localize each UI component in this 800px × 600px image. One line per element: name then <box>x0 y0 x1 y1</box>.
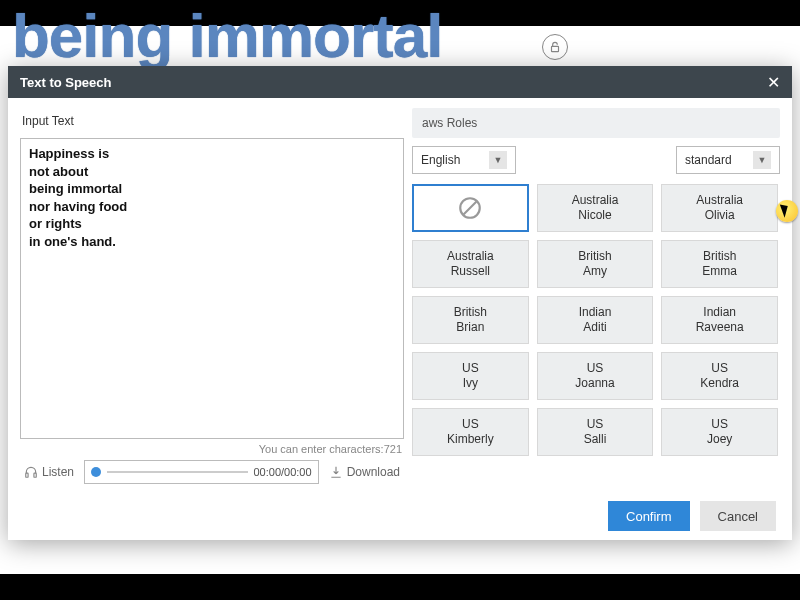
voice-tile[interactable]: USSalli <box>537 408 654 456</box>
input-text-label: Input Text <box>20 108 404 138</box>
voice-tile[interactable]: IndianAditi <box>537 296 654 344</box>
voice-region: US <box>711 417 728 432</box>
char-counter: You can enter characters:721 <box>20 439 404 458</box>
language-dropdown[interactable]: English ▼ <box>412 146 516 174</box>
voice-name: Nicole <box>578 208 611 223</box>
voice-tile[interactable]: AustraliaRussell <box>412 240 529 288</box>
language-value: English <box>421 153 460 167</box>
letterbox-bottom <box>0 574 800 600</box>
voice-tile[interactable]: BritishAmy <box>537 240 654 288</box>
voice-tile[interactable]: USKendra <box>661 352 778 400</box>
lock-icon[interactable] <box>542 34 568 60</box>
voice-tile[interactable]: USJoanna <box>537 352 654 400</box>
no-selection-icon <box>457 195 483 221</box>
char-prefix: You can enter characters: <box>259 443 384 455</box>
right-column: English ▼ standard ▼ AustraliaNicoleAust… <box>412 108 780 486</box>
svg-rect-1 <box>26 473 28 477</box>
voice-grid: AustraliaNicoleAustraliaOliviaAustraliaR… <box>412 184 778 456</box>
voice-tile[interactable] <box>412 184 529 232</box>
dialog-titlebar: Text to Speech ✕ <box>8 66 792 98</box>
headphones-icon <box>24 465 38 479</box>
voice-name: Amy <box>583 264 607 279</box>
voice-tile[interactable]: BritishEmma <box>661 240 778 288</box>
svg-line-4 <box>464 202 477 215</box>
dialog-footer: Confirm Cancel <box>8 492 792 540</box>
voice-region: British <box>454 305 487 320</box>
voice-region: Australia <box>572 193 619 208</box>
roles-input[interactable] <box>412 108 780 138</box>
voice-name: Brian <box>456 320 484 335</box>
background-title: being immortal <box>12 0 442 71</box>
tts-dialog: Text to Speech ✕ Input Text Happiness is… <box>8 66 792 540</box>
voice-region: Australia <box>447 249 494 264</box>
voice-name: Raveena <box>696 320 744 335</box>
left-column: Input Text Happiness is not about being … <box>20 108 404 486</box>
voice-tile[interactable]: BritishBrian <box>412 296 529 344</box>
voice-name: Olivia <box>705 208 735 223</box>
voice-name: Joey <box>707 432 732 447</box>
listen-button[interactable]: Listen <box>20 463 78 481</box>
voice-tile[interactable]: USJoey <box>661 408 778 456</box>
voice-name: Russell <box>451 264 490 279</box>
voice-name: Kendra <box>700 376 739 391</box>
slider-track <box>107 471 247 473</box>
voice-tile[interactable]: USKimberly <box>412 408 529 456</box>
selector-row: English ▼ standard ▼ <box>412 146 780 174</box>
close-icon[interactable]: ✕ <box>767 73 780 92</box>
voice-tile[interactable]: AustraliaOlivia <box>661 184 778 232</box>
voice-tile[interactable]: IndianRaveena <box>661 296 778 344</box>
voice-region: US <box>462 417 479 432</box>
input-textarea[interactable]: Happiness is not about being immortal no… <box>20 138 404 439</box>
voice-tile[interactable]: AustraliaNicole <box>537 184 654 232</box>
voice-region: US <box>462 361 479 376</box>
audio-slider[interactable]: 00:00/00:00 <box>84 460 319 484</box>
voice-tile[interactable]: USIvy <box>412 352 529 400</box>
voice-name: Joanna <box>575 376 614 391</box>
voice-name: Aditi <box>583 320 606 335</box>
svg-rect-0 <box>552 46 559 51</box>
dialog-title: Text to Speech <box>20 75 112 90</box>
time-display: 00:00/00:00 <box>254 466 312 478</box>
chevron-down-icon: ▼ <box>753 151 771 169</box>
voice-name: Kimberly <box>447 432 494 447</box>
voice-region: British <box>703 249 736 264</box>
voice-region: US <box>587 361 604 376</box>
confirm-button[interactable]: Confirm <box>608 501 690 531</box>
cursor-highlight <box>776 200 798 222</box>
listen-label: Listen <box>42 465 74 479</box>
voice-name: Emma <box>702 264 737 279</box>
dialog-body: Input Text Happiness is not about being … <box>8 98 792 492</box>
svg-rect-2 <box>34 473 36 477</box>
slider-thumb[interactable] <box>91 467 101 477</box>
voice-scroll-area[interactable]: AustraliaNicoleAustraliaOliviaAustraliaR… <box>412 184 780 486</box>
chevron-down-icon: ▼ <box>489 151 507 169</box>
download-button[interactable]: Download <box>325 463 404 481</box>
quality-value: standard <box>685 153 732 167</box>
quality-dropdown[interactable]: standard ▼ <box>676 146 780 174</box>
download-icon <box>329 465 343 479</box>
voice-region: US <box>711 361 728 376</box>
voice-region: Indian <box>703 305 736 320</box>
audio-controls: Listen 00:00/00:00 Download <box>20 458 404 486</box>
voice-region: US <box>587 417 604 432</box>
voice-name: Ivy <box>463 376 478 391</box>
voice-region: Indian <box>579 305 612 320</box>
voice-name: Salli <box>584 432 607 447</box>
voice-region: British <box>578 249 611 264</box>
char-value: 721 <box>384 443 402 455</box>
cancel-button[interactable]: Cancel <box>700 501 776 531</box>
download-label: Download <box>347 465 400 479</box>
voice-region: Australia <box>696 193 743 208</box>
